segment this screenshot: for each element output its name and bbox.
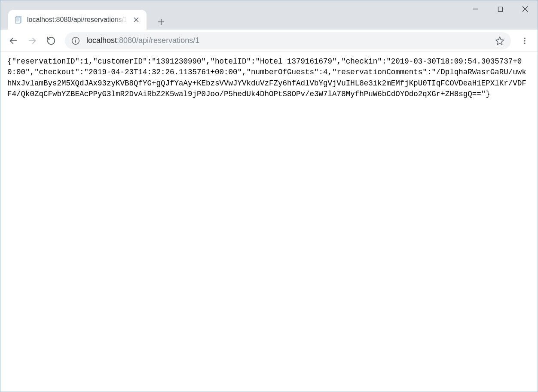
new-tab-button[interactable] <box>153 14 169 30</box>
url-text: localhost:8080/api/reservations/1 <box>86 36 489 45</box>
reload-button[interactable] <box>43 32 60 49</box>
tab-title: localhost:8080/api/reservations/1 <box>27 16 128 24</box>
forward-button[interactable] <box>24 32 41 49</box>
svg-rect-11 <box>498 7 502 11</box>
window-controls <box>463 0 538 18</box>
bookmark-star-icon[interactable] <box>495 36 505 46</box>
url-path: :8080/api/reservations/1 <box>117 36 199 45</box>
svg-point-16 <box>75 38 76 39</box>
address-bar[interactable]: localhost:8080/api/reservations/1 <box>65 32 511 49</box>
url-host: localhost <box>86 36 117 45</box>
svg-point-19 <box>524 43 525 44</box>
tab-close-button[interactable] <box>132 15 141 24</box>
maximize-button[interactable] <box>488 0 513 18</box>
browser-toolbar: localhost:8080/api/reservations/1 <box>0 30 538 52</box>
back-button[interactable] <box>5 32 22 49</box>
svg-point-18 <box>524 40 525 41</box>
page-favicon <box>14 15 23 24</box>
close-window-button[interactable] <box>513 0 538 18</box>
browser-tab[interactable]: localhost:8080/api/reservations/1 <box>8 10 147 30</box>
browser-titlebar: localhost:8080/api/reservations/1 <box>0 0 538 30</box>
site-info-icon[interactable] <box>71 36 80 46</box>
svg-point-17 <box>524 37 525 39</box>
tabs-row: localhost:8080/api/reservations/1 <box>0 0 169 30</box>
page-body-json: {"reservationID":1,"customerID":"1391230… <box>0 52 538 104</box>
minimize-button[interactable] <box>463 0 488 18</box>
menu-button[interactable] <box>516 32 533 49</box>
